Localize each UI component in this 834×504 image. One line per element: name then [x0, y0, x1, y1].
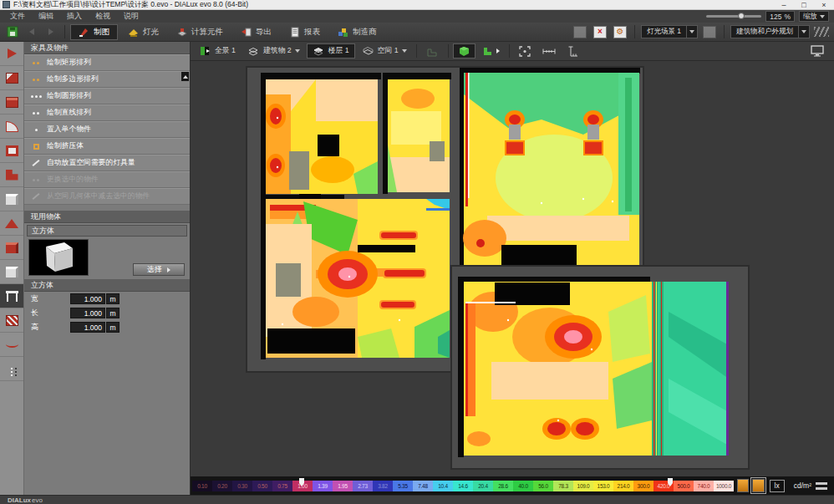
scale-cell: 300.0 [633, 481, 653, 491]
tool-cutout[interactable] [0, 187, 23, 211]
tool-material[interactable] [0, 308, 23, 333]
tool-measure[interactable] [0, 333, 23, 357]
redo-button[interactable] [43, 24, 59, 39]
save-button[interactable] [4, 24, 21, 39]
tool-solid[interactable] [0, 236, 23, 260]
zoom-fit-button[interactable]: 缩放 [799, 11, 829, 22]
list-scroll-up-button[interactable] [181, 72, 189, 81]
property-row-length: 长 1.000 m [31, 307, 190, 319]
light-scene-settings-button[interactable]: ⚙ [612, 24, 628, 39]
height-input[interactable]: 1.000 [70, 322, 105, 333]
door-tool-icon [6, 121, 18, 132]
room-mode-button-disabled [421, 43, 444, 59]
unit-lx-button[interactable]: lx [770, 480, 785, 492]
luminaire-toggle-selected-button[interactable] [752, 479, 764, 492]
tool-draw-polygon-arrangement[interactable]: 绘制多边形排列 [24, 71, 190, 88]
tool-auto-place-luminaires[interactable]: 自动放置空间需要的灯具量 [24, 155, 190, 171]
site-button[interactable]: 全景 1 [196, 43, 241, 59]
zoom-slider[interactable] [706, 15, 761, 18]
luminaire-toggle-button[interactable] [737, 479, 749, 492]
room-icon [362, 46, 374, 57]
zoom-value-box[interactable]: 125 % [765, 11, 795, 22]
app-icon [3, 1, 10, 8]
planning-scope-select[interactable]: 建筑物和户外规划 [730, 25, 810, 38]
tool-roof[interactable] [0, 211, 23, 236]
measure-tool-icon [6, 341, 18, 348]
panel-title: 家具及物件 [24, 42, 190, 54]
tool-window[interactable] [0, 139, 23, 163]
tab-construction[interactable]: 制图 [70, 24, 118, 40]
length-input[interactable]: 1.000 [70, 308, 105, 318]
tool-view[interactable] [0, 66, 23, 90]
extrusion-icon [30, 144, 42, 150]
tool-draw-rect-arrangement[interactable]: 绘制矩形排列 [24, 54, 190, 71]
tab-calculation-objects[interactable]: 计算元件 [169, 24, 231, 40]
unit-cdm2-button[interactable]: cd/m² [790, 480, 816, 492]
scale-cell: 7.48 [413, 481, 433, 491]
minimize-button[interactable]: – [774, 0, 794, 10]
menu-file[interactable]: 文件 [3, 10, 32, 23]
tool-building[interactable] [0, 90, 23, 115]
furniture-panel: 家具及物件 绘制矩形排列 绘制多边形排列 绘制圆形排列 绘制直线排列 置入单个物… [23, 42, 191, 495]
tool-door[interactable] [0, 115, 23, 139]
tool-more[interactable] [0, 357, 23, 381]
zoom-slider-handle[interactable] [738, 13, 745, 19]
tool-subtract-from-geometry: 从空间几何体中减去选中的物件 [24, 188, 190, 205]
chevron-down-icon [798, 26, 809, 38]
redo-icon [48, 28, 53, 35]
scale-cell: 2.73 [353, 481, 373, 491]
width-input[interactable]: 1.000 [70, 293, 105, 304]
undo-button[interactable] [23, 24, 40, 39]
wand-icon [30, 162, 42, 164]
select-object-button[interactable]: 选择 [133, 263, 185, 276]
tab-reports[interactable]: 报表 [282, 24, 328, 40]
menu-view[interactable]: 检视 [89, 10, 117, 23]
falsecolor-rendering-canvas[interactable] [191, 61, 834, 476]
tool-object[interactable] [0, 260, 23, 284]
light-scene-select[interactable]: 灯光场景 1 [641, 25, 698, 38]
tool-draw-circle-arrangement[interactable]: 绘制圆形排列 [24, 88, 190, 104]
floor-button[interactable]: 楼层 1 [307, 43, 355, 59]
room-tool-icon [6, 170, 18, 181]
close-button[interactable]: × [814, 0, 834, 10]
maximize-button[interactable]: □ [794, 0, 814, 10]
scene-extra-button[interactable] [701, 24, 718, 39]
zoom-value: 125 [770, 13, 781, 21]
vertical-measure-button[interactable] [562, 43, 583, 59]
menu-insert[interactable]: 插入 [60, 10, 89, 23]
tool-furniture[interactable] [0, 284, 23, 308]
furniture-tool-icon [6, 291, 18, 302]
status-suffix: evo [32, 496, 43, 504]
tab-export[interactable]: 导出 [233, 24, 279, 40]
window-tool-icon [6, 145, 18, 156]
tab-manufacturers[interactable]: 制造商 [330, 24, 384, 40]
tool-select[interactable] [0, 42, 23, 66]
room-disabled-icon [426, 46, 439, 57]
object-preview[interactable] [28, 239, 89, 276]
layers-icon[interactable] [816, 482, 827, 490]
display-mode-button[interactable] [806, 43, 829, 59]
lshape-view-button[interactable] [477, 43, 505, 59]
room-button[interactable]: 空间 1 [357, 43, 412, 59]
material-tool-icon [6, 315, 18, 326]
solid-view-button[interactable] [453, 43, 475, 59]
tab-light[interactable]: 灯光 [120, 24, 166, 40]
building-button[interactable]: 建筑物 2 [242, 43, 305, 59]
green-l-shape-icon [482, 46, 493, 57]
menu-help[interactable]: 说明 [117, 10, 145, 23]
tool-room[interactable] [0, 163, 23, 187]
tool-draw-line-arrangement[interactable]: 绘制直线排列 [24, 104, 190, 121]
menu-edit[interactable]: 编辑 [32, 10, 60, 23]
horizontal-measure-button[interactable] [537, 43, 561, 59]
copy-button[interactable] [572, 24, 588, 39]
tool-draw-extrusion[interactable]: 绘制挤压体 [24, 138, 190, 155]
scale-cell: 1000.0 [714, 481, 734, 491]
room-lower-right [464, 282, 729, 456]
settings-gear-icon: ⚙ [613, 26, 627, 38]
delete-light-scene-button[interactable]: × [592, 24, 608, 39]
chevron-right-icon [496, 48, 500, 53]
zoom-fit-selection-button[interactable] [514, 43, 536, 59]
scroll-up-icon [183, 75, 188, 79]
scale-cell: 153.0 [593, 481, 613, 491]
tool-place-single-object[interactable]: 置入单个物件 [24, 121, 190, 138]
